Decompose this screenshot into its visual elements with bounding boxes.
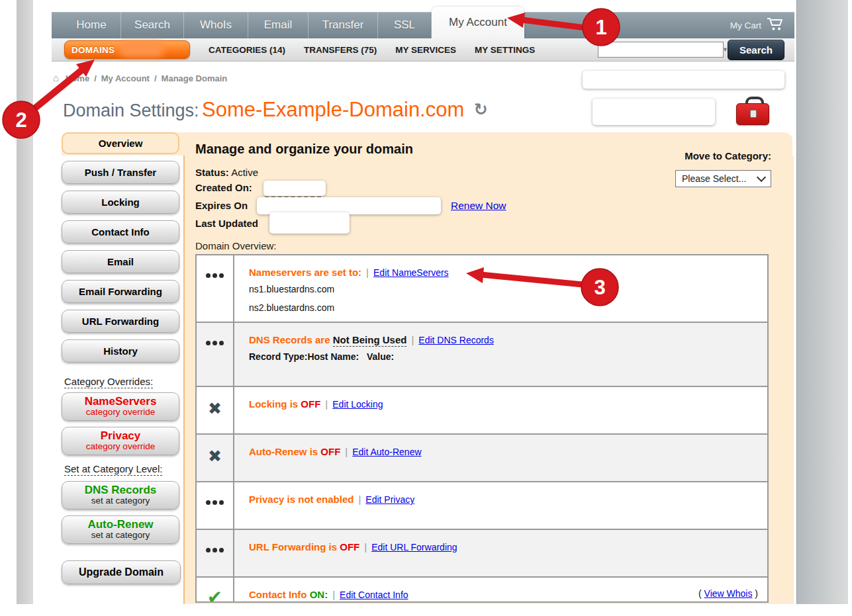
sidebar-item-email[interactable]: Email <box>62 250 179 273</box>
table-row: ✖Locking is OFF|Edit Locking <box>197 386 767 433</box>
nav-tab-whois[interactable]: WhoIs <box>184 12 248 38</box>
nav-tab-my-account[interactable]: My Account <box>432 7 524 38</box>
breadcrumb-separator: / <box>154 73 157 83</box>
table-row: URL Forwarding is OFF|Edit URL Forwardin… <box>197 529 767 576</box>
row-status-icon-cell: ✖ <box>197 387 234 433</box>
subnav-search-input[interactable] <box>598 43 718 56</box>
edit-url-forwarding-link[interactable]: Edit URL Forwarding <box>371 542 457 552</box>
row-title: Contact Info ON:|Edit Contact Info <box>249 589 758 600</box>
row-content: DNS Records are Not Being Used|Edit DNS … <box>234 323 767 386</box>
edit-dns-records-link[interactable]: Edit DNS Records <box>418 335 494 345</box>
row-title: Privacy is not enabled|Edit Privacy <box>249 494 758 505</box>
nav-tab-home[interactable]: Home <box>62 12 121 38</box>
view-whois-link[interactable]: View Whois <box>704 588 753 599</box>
row-body-line: ns2.bluestardns.com <box>249 301 758 315</box>
row-title-part: Locking is <box>249 398 301 410</box>
my-cart[interactable]: My Cart <box>730 12 784 38</box>
renew-now-link[interactable]: Renew Now <box>451 200 506 212</box>
row-status-icon-cell <box>197 323 234 386</box>
breadcrumb: Home/My Account/Manage Domain <box>66 73 227 83</box>
sidebar-item-nameservers[interactable]: NameServerscategory override <box>62 392 179 421</box>
row-title: Auto-Renew is OFF|Edit Auto-Renew <box>249 446 758 457</box>
edit-contact-info-link[interactable]: Edit Contact Info <box>340 590 408 600</box>
row-title-part: ON: <box>310 589 328 600</box>
view-whois-wrap: ( View Whois ) <box>698 588 758 599</box>
edit-privacy-link[interactable]: Edit Privacy <box>365 494 414 505</box>
dot <box>206 500 211 505</box>
row-title-part: Auto-Renew is <box>249 446 320 457</box>
subnav-item-label: DOMAINS <box>71 45 115 55</box>
redacted-box <box>263 181 326 196</box>
section-heading: Manage and organize your domain <box>195 142 413 157</box>
row-content: Auto-Renew is OFF|Edit Auto-Renew <box>234 435 767 481</box>
row-title: DNS Records are Not Being Used|Edit DNS … <box>249 334 758 345</box>
row-status-icon-cell: ✖ <box>197 435 234 481</box>
sidebar-item-overview[interactable]: Overview <box>62 132 179 154</box>
sidebar-item-dns-records[interactable]: DNS Recordsset at category <box>62 481 179 509</box>
updated-line: Last Updated <box>195 218 258 229</box>
row-content: URL Forwarding is OFF|Edit URL Forwardin… <box>234 530 767 576</box>
separator: | <box>332 589 335 600</box>
nav-tab-ssl[interactable]: SSL <box>378 12 432 38</box>
nav-tab-email[interactable]: Email <box>248 12 308 38</box>
page-title-domain: Some-Example-Domain.com <box>202 98 464 121</box>
select-value: Please Select... <box>682 173 746 184</box>
row-title: Nameservers are set to:|Edit NameServers <box>249 267 758 278</box>
subnav-search-combo[interactable]: ▼ <box>598 42 724 58</box>
breadcrumb-manage-domain[interactable]: Manage Domain <box>162 73 228 83</box>
status-line: Status: Active <box>195 167 258 178</box>
row-title: URL Forwarding is OFF|Edit URL Forwardin… <box>249 541 758 552</box>
sidebar-item-subtitle: category override <box>86 408 155 417</box>
subnav-item-my-settings[interactable]: MY SETTINGS <box>475 45 535 55</box>
table-row: ✖Auto-Renew is OFF|Edit Auto-Renew <box>197 433 767 481</box>
redacted-box <box>269 212 350 234</box>
breadcrumb-my-account[interactable]: My Account <box>101 73 150 83</box>
updated-label: Last Updated <box>195 218 258 229</box>
dot <box>213 548 217 552</box>
separator: | <box>325 398 328 410</box>
row-content: Privacy is not enabled|Edit Privacy <box>234 482 767 529</box>
table-row: Privacy is not enabled|Edit Privacy <box>197 481 767 529</box>
dots-icon <box>206 548 224 552</box>
refresh-icon[interactable]: ↻ <box>474 100 488 118</box>
screen: HomeSearchWhoIsEmailTransferSSLMy Accoun… <box>0 0 852 616</box>
row-body-line: Record Type:Host Name: Value: <box>249 350 758 364</box>
sidebar-item-push-transfer[interactable]: Push / Transfer <box>62 161 179 184</box>
status-value: Active <box>231 167 258 178</box>
cross-icon: ✖ <box>208 448 222 464</box>
move-to-category-select[interactable]: Please Select... <box>675 170 771 187</box>
subnav-item-domains[interactable]: DOMAINS <box>64 40 190 59</box>
sidebar-item-contact-info[interactable]: Contact Info <box>62 220 179 243</box>
subnav-item-my-services[interactable]: MY SERVICES <box>395 45 456 55</box>
breadcrumb-home[interactable]: Home <box>66 73 89 83</box>
subnav-item-transfers-75[interactable]: TRANSFERS (75) <box>304 45 377 55</box>
nav-tab-search[interactable]: Search <box>121 12 184 38</box>
nav-tab-transfer[interactable]: Transfer <box>308 12 378 38</box>
set-at-category-label: Set at Category Level: <box>64 463 162 476</box>
sidebar-item-privacy[interactable]: Privacycategory override <box>62 427 179 455</box>
sidebar-item-email-forwarding[interactable]: Email Forwarding <box>62 280 179 303</box>
dots-icon <box>206 273 224 278</box>
table-row: Nameservers are set to:|Edit NameServers… <box>197 255 767 322</box>
domain-overview-label: Domain Overview: <box>195 240 277 251</box>
table-row: ✔Contact Info ON:|Edit Contact Info( Vie… <box>197 576 767 603</box>
edit-nameservers-link[interactable]: Edit NameServers <box>373 267 449 278</box>
dot <box>206 548 211 552</box>
sidebar-item-auto-renew[interactable]: Auto-Renewset at category <box>62 515 179 544</box>
redacted-box <box>583 71 784 89</box>
category-level-buttons: DNS Recordsset at categoryAuto-Renewset … <box>62 481 179 544</box>
subnav-item-categories-14[interactable]: CATEGORIES (14) <box>209 45 285 55</box>
sidebar-item-url-forwarding[interactable]: URL Forwarding <box>62 310 179 333</box>
search-button[interactable]: Search <box>728 40 784 60</box>
move-to-category-label: Move to Category: <box>659 150 771 161</box>
row-content: Nameservers are set to:|Edit NameServers… <box>234 255 767 322</box>
toolbox-icon[interactable] <box>736 97 769 126</box>
expires-line: Expires On <box>195 200 248 211</box>
row-title-part: OFF <box>320 446 340 457</box>
sidebar-item-locking[interactable]: Locking <box>62 191 179 214</box>
row-status-icon-cell <box>197 530 234 576</box>
edit-locking-link[interactable]: Edit Locking <box>332 399 383 410</box>
edit-auto-renew-link[interactable]: Edit Auto-Renew <box>352 447 421 457</box>
upgrade-domain-button[interactable]: Upgrade Domain <box>62 560 181 584</box>
sidebar-item-history[interactable]: History <box>62 339 179 363</box>
